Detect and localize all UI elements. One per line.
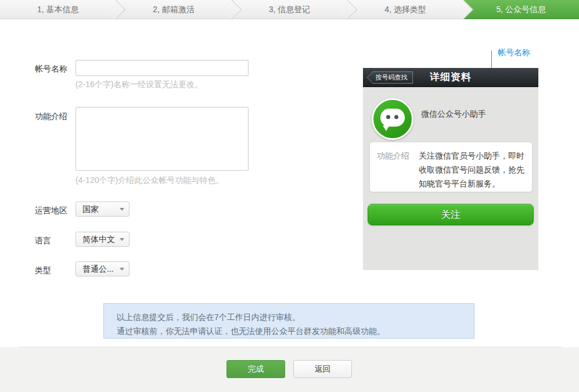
step-2-email-activation: 2, 邮箱激活 <box>116 0 231 19</box>
region-label: 运营地区 <box>35 204 67 216</box>
region-dropdown[interactable]: 国家 <box>75 202 130 217</box>
preview-follow-button: 关注 <box>368 204 534 225</box>
step-label: 3, 信息登记 <box>232 0 347 19</box>
step-4-choose-type: 4, 选择类型 <box>347 0 463 19</box>
review-notice-box: 以上信息提交后，我们会在7个工作日内进行审核。 通过审核前，你无法申请认证，也无… <box>103 303 474 339</box>
notice-line-2: 通过审核前，你无法申请认证，也无法使用公众平台群发功能和高级功能。 <box>117 324 474 338</box>
callout-account-name-label: 帐号名称 <box>498 48 530 58</box>
step-label: 4, 选择类型 <box>347 0 463 19</box>
finish-button[interactable]: 完成 <box>226 360 285 378</box>
bubble-eye-icon <box>394 115 398 119</box>
bubble-eye-icon <box>386 115 390 119</box>
preview-account-name: 微信公众号小助手 <box>421 109 486 120</box>
bubble-tail <box>383 124 391 131</box>
step-label: 5, 公众号信息 <box>463 0 579 19</box>
notice-line-1: 以上信息提交后，我们会在7个工作日内进行审核。 <box>117 310 474 324</box>
step-bar: 1, 基本信息 2, 邮箱激活 3, 信息登记 4, 选择类型 5, 公众号信息 <box>0 0 579 19</box>
account-name-hint: (2-16个字)名称一经设置无法更改。 <box>75 80 203 90</box>
intro-hint: (4-120个字)介绍此公众帐号功能与特色。 <box>75 175 224 186</box>
account-name-input[interactable] <box>75 60 249 76</box>
preview-navbar: 按号码查找 详细资料 <box>363 68 538 87</box>
intro-textarea[interactable] <box>75 107 249 171</box>
profile-preview-panel: 按号码查找 详细资料 微信公众号小助手 功能介绍 关注微信官员号小助手，即时收取… <box>363 68 538 270</box>
chat-bubble-icon <box>380 109 405 127</box>
step-5-account-info: 5, 公众号信息 <box>463 0 579 19</box>
wechat-avatar-icon <box>372 98 413 140</box>
step-label: 2, 邮箱激活 <box>116 0 231 19</box>
preview-intro-label: 功能介绍 <box>377 149 413 192</box>
registration-page: 1, 基本信息 2, 邮箱激活 3, 信息登记 4, 选择类型 5, 公众号信息… <box>0 0 579 392</box>
preview-intro-text: 关注微信官员号小助手，即时收取微信官号问题反馈，抢先知晓官号平台新服务。 <box>419 149 526 192</box>
step-1-basic-info: 1, 基本信息 <box>0 0 116 19</box>
preview-intro-box: 功能介绍 关注微信官员号小助手，即时收取微信官号问题反馈，抢先知晓官号平台新服务… <box>369 142 533 192</box>
type-label: 类型 <box>35 264 51 276</box>
type-dropdown[interactable]: 普通公... <box>75 261 130 276</box>
intro-label: 功能介绍 <box>35 110 67 122</box>
chevron-down-icon <box>120 268 124 271</box>
footer: 完成 返回 <box>0 347 579 392</box>
language-label: 语言 <box>35 235 51 246</box>
step-label: 1, 基本信息 <box>0 0 116 19</box>
account-name-label: 帐号名称 <box>35 63 67 74</box>
chevron-down-icon <box>120 238 124 241</box>
chevron-down-icon <box>120 208 124 211</box>
step-3-info-registration: 3, 信息登记 <box>232 0 347 19</box>
language-dropdown[interactable]: 简体中文 <box>75 232 130 247</box>
preview-title: 详细资料 <box>363 68 538 87</box>
return-button[interactable]: 返回 <box>293 360 352 378</box>
